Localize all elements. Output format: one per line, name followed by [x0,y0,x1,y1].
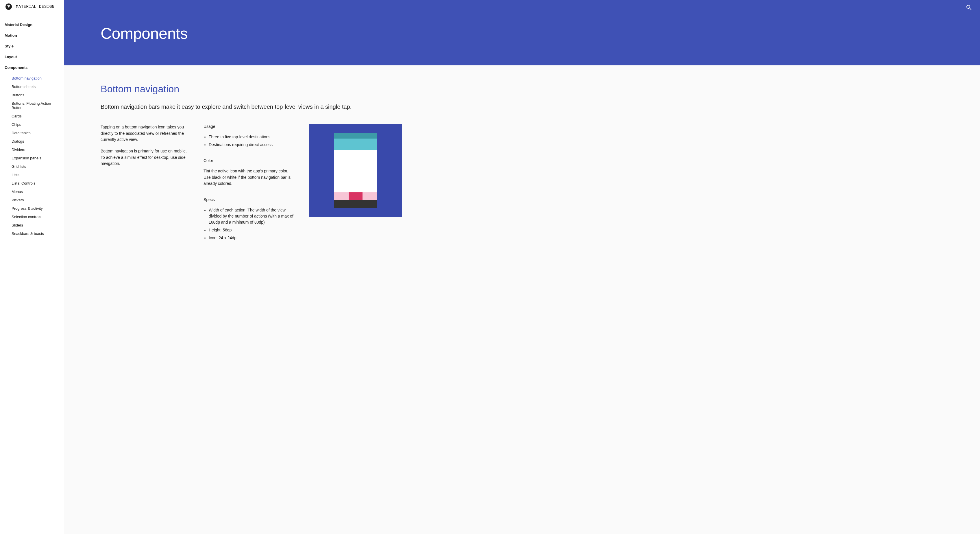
description-p1: Tapping on a bottom navigation icon take… [100,124,192,143]
nav-item-motion[interactable]: Motion [0,30,64,41]
subnav-item-dividers[interactable]: Dividers [10,145,64,154]
specs-item: Width of each action: The width of the v… [209,207,296,225]
usage-item: Destinations requiring direct access [209,142,296,148]
subnav-item-grid-lists[interactable]: Grid lists [10,162,64,171]
subnav-item-lists[interactable]: Lists [10,171,64,179]
usage-item: Three to five top-level destinations [209,134,296,140]
subnav-item-pickers[interactable]: Pickers [10,196,64,204]
subnav-item-chips[interactable]: Chips [10,120,64,129]
specs-list: Width of each action: The width of the v… [204,207,296,241]
phone-mock [334,133,377,208]
components-subnav: Bottom navigation Bottom sheets Buttons … [0,73,64,238]
nav-item-style[interactable]: Style [0,41,64,51]
subnav-item-sliders[interactable]: Sliders [10,221,64,230]
primary-nav: Material Design Motion Style Layout Comp… [0,14,64,238]
subnav-item-buttons[interactable]: Buttons [10,91,64,99]
col-description: Tapping on a bottom navigation icon take… [100,124,192,172]
description-p2: Bottom navigation is primarily for use o… [100,148,192,167]
subnav-item-data-tables[interactable]: Data tables [10,129,64,137]
subnav-item-expansion-panels[interactable]: Expansion panels [10,154,64,162]
hero-title: Components [100,24,980,42]
phone-body [334,150,377,192]
color-heading: Color [204,158,296,163]
phone-status-bar [334,133,377,139]
usage-list: Three to five top-level destinations Des… [204,134,296,148]
brand-name: MATERIAL DESIGN [16,4,55,9]
subnav-item-bottom-sheets[interactable]: Bottom sheets [10,83,64,91]
material-logo-icon [5,3,12,10]
sidebar: MATERIAL DESIGN Material Design Motion S… [0,0,64,534]
nav-item-components[interactable]: Components [0,62,64,73]
specs-item: Icon: 24 x 24dp [209,235,296,241]
nav-item-layout[interactable]: Layout [0,51,64,62]
main-content: Components Bottom navigation Bottom navi… [64,0,980,534]
intro-text: Bottom navigation bars make it easy to e… [100,103,417,111]
content: Bottom navigation Bottom navigation bars… [64,65,417,260]
search-icon[interactable] [966,4,972,11]
columns: Tapping on a bottom navigation icon take… [100,124,417,243]
hero: Components [64,0,980,65]
subnav-item-buttons-fab[interactable]: Buttons: Floating Action Button [10,99,64,112]
subnav-item-snackbars-toasts[interactable]: Snackbars & toasts [10,230,64,238]
col-illustration [307,124,417,217]
usage-heading: Usage [204,124,296,129]
subnav-item-progress-activity[interactable]: Progress & activity [10,204,64,213]
illustration [309,124,402,217]
specs-heading: Specs [204,197,296,202]
specs-item: Height: 56dp [209,227,296,233]
subnav-item-bottom-navigation[interactable]: Bottom navigation [10,74,64,83]
subnav-item-dialogs[interactable]: Dialogs [10,137,64,145]
subnav-item-selection-controls[interactable]: Selection controls [10,213,64,221]
subnav-item-lists-controls[interactable]: Lists: Controls [10,179,64,187]
subnav-item-cards[interactable]: Cards [10,112,64,120]
nav-item-material-design[interactable]: Material Design [0,19,64,30]
phone-bottom-nav [334,192,377,200]
col-details: Usage Three to five top-level destinatio… [204,124,296,243]
subnav-item-menus[interactable]: Menus [10,187,64,196]
phone-bottom-nav-active [348,192,363,200]
brand-row[interactable]: MATERIAL DESIGN [0,0,64,14]
color-text: Tint the active icon with the app's prim… [204,168,296,187]
phone-system-nav [334,200,377,208]
phone-app-bar [334,139,377,150]
page-title: Bottom navigation [100,83,417,95]
